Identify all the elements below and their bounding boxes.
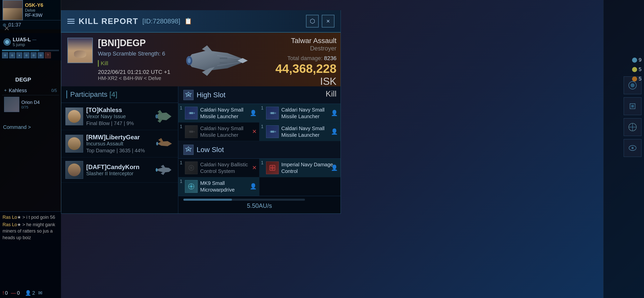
missile-launcher-icon-4	[266, 125, 279, 138]
panel-title: KILL REPORT	[79, 17, 138, 26]
kill-report-panel: KILL REPORT [ID:7280898] 📋 ⬡ × [BNI]DEGP…	[61, 10, 341, 214]
svg-point-30	[271, 113, 272, 114]
module-high-3-destroyed: ✕	[252, 128, 257, 135]
right-icon-2[interactable]	[624, 97, 641, 115]
svg-marker-12	[157, 118, 163, 123]
participant-ship-3: Slasher II Interceptor	[86, 171, 151, 177]
svg-point-36	[271, 131, 272, 132]
svg-point-16	[156, 142, 158, 145]
scroll-thumb[interactable]	[183, 199, 232, 201]
region-name: Delve	[25, 8, 43, 13]
svg-point-26	[190, 113, 191, 114]
kill-final-label: Kill	[268, 89, 336, 99]
module-high-2[interactable]: 1 Caldari Navy Small Missile Launcher 👤	[259, 104, 341, 123]
module-high-1-status: 👤	[250, 110, 257, 116]
notification-bar: ! 0 — 0 👤2 ✉	[0, 288, 61, 298]
chat-line-2: Ras Lo★ > he might gank miners of ratter…	[3, 222, 58, 241]
module-high-1-name: Caldari Navy Small Missile Launcher	[200, 106, 256, 120]
scroll-track[interactable]	[183, 199, 305, 201]
module-high-1[interactable]: 1 Caldari Navy Small Missile Launcher 👤	[178, 104, 259, 123]
low-slot-icon	[183, 145, 194, 155]
participant-item-3[interactable]: [DAFT]CandyKorn Slasher II Interceptor	[61, 157, 178, 183]
damage-label: Total damage: 8236	[268, 55, 336, 62]
character-avatar[interactable]	[3, 0, 23, 20]
system-name: O5K-Y6	[25, 2, 43, 8]
svg-rect-9	[220, 62, 227, 64]
stat-icon-teal	[632, 58, 637, 63]
module-high-4[interactable]: 1 Caldari Navy Small Missile Launcher 👤	[259, 123, 341, 141]
participant-name-1: [TO]Kahless	[86, 106, 151, 114]
export-button[interactable]: ⬡	[306, 15, 319, 28]
participant-name-2: [RMW]LibertyGear	[86, 134, 151, 141]
svg-marker-10	[156, 113, 171, 120]
module-low-1[interactable]: 1 Caldari Navy Ballistic Control System …	[178, 159, 259, 177]
stat-row-2: 5	[632, 65, 641, 73]
damage-control-icon	[266, 161, 279, 174]
panel-close-button[interactable]: ×	[4, 23, 9, 34]
module-low-2[interactable]: 1 Imperial Navy Damage Control 👤	[259, 159, 341, 177]
participant-name-3: [DAFT]CandyKorn	[86, 164, 151, 171]
svg-point-20	[156, 168, 158, 172]
notif-minus: — 0	[11, 290, 20, 296]
right-icon-4[interactable]	[624, 139, 641, 157]
lua-panel: LUA5-L — 5 jump ⊕ ⊕ ♦ ⊕ ⊕ ⊕ ?	[0, 33, 61, 60]
svg-marker-11	[157, 110, 163, 114]
close-panel-button[interactable]: ×	[322, 15, 334, 28]
svg-marker-28	[274, 112, 276, 114]
svg-rect-44	[271, 166, 274, 169]
svg-point-38	[188, 149, 189, 150]
module-low-1-name: Caldari Navy Ballistic Control System	[200, 161, 256, 174]
waypoint-icon-2: ⊕	[9, 52, 15, 58]
copy-id-icon[interactable]: 📋	[184, 18, 192, 25]
module-low-2-status: 👤	[331, 165, 338, 171]
missile-launcher-icon-3	[185, 125, 198, 138]
command-button[interactable]: Command >	[0, 122, 34, 132]
isk-label: ISK	[320, 76, 336, 87]
svg-rect-35	[270, 131, 271, 132]
module-high-3[interactable]: 1 Caldari Navy Small Missile Launcher ✕	[178, 123, 259, 141]
svg-rect-29	[270, 113, 271, 114]
chat-line-1: Ras Lo★ > i t pod goin 56	[3, 214, 58, 221]
lua-jumps: 5 jump	[13, 43, 36, 47]
participant-ship-2: Incursus Assault	[86, 141, 151, 147]
right-game-panel: 9 5 5	[603, 0, 644, 298]
victim-avatar	[67, 38, 93, 63]
svg-marker-14	[157, 141, 172, 146]
lua-name: LUA5-L	[13, 37, 31, 43]
module-high-2-name: Caldari Navy Small Missile Launcher	[281, 106, 337, 120]
participants-title: Participants [4]	[66, 90, 117, 98]
ship-info: Talwar Assault Destroyer Total damage: 8…	[264, 33, 341, 103]
right-stats: 9 5 5	[632, 56, 641, 83]
ship-thumb-3	[154, 162, 174, 178]
svg-marker-34	[274, 131, 276, 133]
ship-image	[170, 35, 259, 86]
svg-point-60	[632, 147, 634, 149]
svg-point-40	[190, 167, 193, 169]
panel-header: KILL REPORT [ID:7280898] 📋 ⬡ ×	[61, 10, 341, 33]
module-high-4-name: Caldari Navy Small Missile Launcher	[281, 125, 337, 138]
station-name: RF-K9W	[25, 13, 43, 18]
participant-item-1[interactable]: [TO]Kahless Vexor Navy Issue Final Blow …	[61, 103, 178, 130]
low-slot-section: Low Slot 1 Caldari Navy Ballistic Contro…	[178, 141, 341, 196]
participant-item-2[interactable]: [RMW]LibertyGear Incursus Assault Top Da…	[61, 130, 178, 157]
module-low-3[interactable]: 1 MK9 Small M	[178, 177, 259, 196]
svg-point-47	[191, 186, 192, 187]
waypoint-icon-1: ⊕	[2, 52, 8, 58]
stat-value-3: 5	[639, 76, 641, 82]
notif-alert: ! 0	[3, 290, 8, 296]
right-icon-3[interactable]	[624, 118, 641, 136]
panel-id: [ID:7280898]	[142, 17, 180, 25]
module-low-3-status: 👤	[250, 183, 257, 190]
svg-point-5	[188, 58, 191, 63]
stat-icon-orange	[632, 76, 637, 82]
participant-stats-2: Top Damage | 3635 | 44%	[86, 148, 151, 154]
hamburger-menu[interactable]	[67, 19, 75, 24]
ship-thumb-2	[154, 136, 174, 151]
participant-avatar-3	[65, 161, 83, 179]
stat-value-2: 5	[639, 66, 641, 72]
stat-value-1: 9	[639, 57, 641, 63]
high-slot-title: High Slot	[197, 91, 226, 99]
chat-panel: Ras Lo★ > i t pod goin 56 Ras Lo★ > he m…	[0, 211, 61, 288]
mail-icon: ✉	[38, 290, 42, 296]
svg-marker-24	[193, 112, 195, 114]
